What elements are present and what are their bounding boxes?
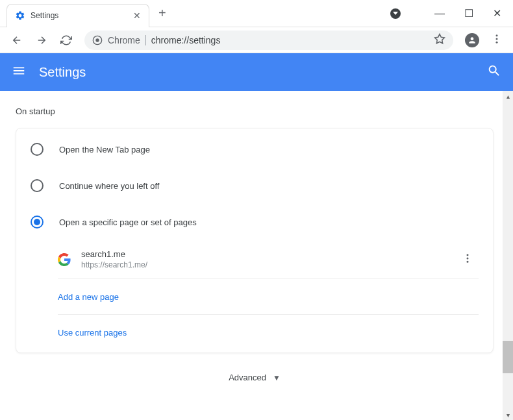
google-favicon-icon [58,253,71,266]
svg-point-6 [467,254,469,256]
bookmark-star-icon[interactable] [434,33,445,47]
minimize-button[interactable]: — [434,8,445,19]
radio-option-specific-pages[interactable]: Open a specific page or set of pages [16,204,493,240]
scroll-down-icon[interactable]: ▾ [503,410,513,420]
address-input[interactable]: Chrome chrome://settings [84,31,453,50]
settings-gear-icon [15,10,25,21]
radio-option-new-tab[interactable]: Open the New Tab page [16,131,493,167]
svg-point-4 [496,38,498,40]
startup-page-row: search1.me https://search1.me/ [58,240,479,279]
radio-icon [31,143,44,156]
settings-header: Settings [0,53,513,91]
advanced-label: Advanced [229,373,266,382]
profile-button[interactable] [465,33,479,47]
radio-icon-selected [31,216,44,229]
startup-pages-list: search1.me https://search1.me/ Add a new… [58,240,479,350]
radio-icon [31,179,44,192]
page-more-button[interactable] [457,253,479,267]
radio-label: Open the New Tab page [59,145,150,154]
page-title: Settings [39,65,474,80]
page-url: https://search1.me/ [81,260,446,269]
browser-tab[interactable]: Settings ✕ [6,4,149,27]
kebab-menu-button[interactable] [487,33,507,47]
svg-point-7 [467,257,469,259]
chevron-down-icon: ▼ [273,373,281,382]
close-tab-icon[interactable]: ✕ [133,10,141,21]
window-title-bar: Settings ✕ + — ☐ ✕ [0,0,513,27]
reload-button[interactable] [56,30,77,51]
maximize-button[interactable]: ☐ [464,7,473,19]
scrollbar-thumb[interactable] [503,341,513,373]
radio-label: Open a specific page or set of pages [59,217,197,227]
use-current-row[interactable]: Use current pages [58,315,479,350]
close-window-button[interactable]: ✕ [493,7,501,19]
new-tab-button[interactable]: + [158,6,166,21]
svg-point-3 [496,34,498,36]
tab-title: Settings [31,11,128,20]
hamburger-menu-icon[interactable] [12,64,26,80]
section-title: On startup [16,106,494,116]
radio-option-continue[interactable]: Continue where you left off [16,167,493,204]
forward-button[interactable] [31,30,52,51]
svg-point-5 [496,41,498,43]
page-name: search1.me [81,249,446,259]
page-info: search1.me https://search1.me/ [81,249,446,269]
search-icon[interactable] [487,64,501,80]
svg-marker-2 [435,34,445,43]
address-prefix: Chrome [108,35,140,45]
chrome-security-icon [92,35,103,45]
use-current-link[interactable]: Use current pages [58,328,127,338]
startup-card: Open the New Tab page Continue where you… [16,128,494,353]
settings-content: On startup Open the New Tab page Continu… [0,91,503,420]
back-button[interactable] [6,30,27,51]
address-url: chrome://settings [151,35,429,45]
add-page-row[interactable]: Add a new page [58,279,479,315]
svg-point-8 [467,260,469,262]
svg-point-1 [95,38,99,42]
scroll-up-icon[interactable]: ▴ [503,91,513,101]
address-divider [145,35,146,45]
add-page-link[interactable]: Add a new page [58,292,119,302]
scrollbar-track[interactable]: ▴ ▾ [503,91,513,420]
radio-label: Continue where you left off [59,181,159,191]
advanced-toggle[interactable]: Advanced ▼ [16,353,494,394]
address-bar: Chrome chrome://settings [0,27,513,53]
extension-shield-icon[interactable] [390,8,401,19]
window-controls: — ☐ ✕ [390,7,513,19]
